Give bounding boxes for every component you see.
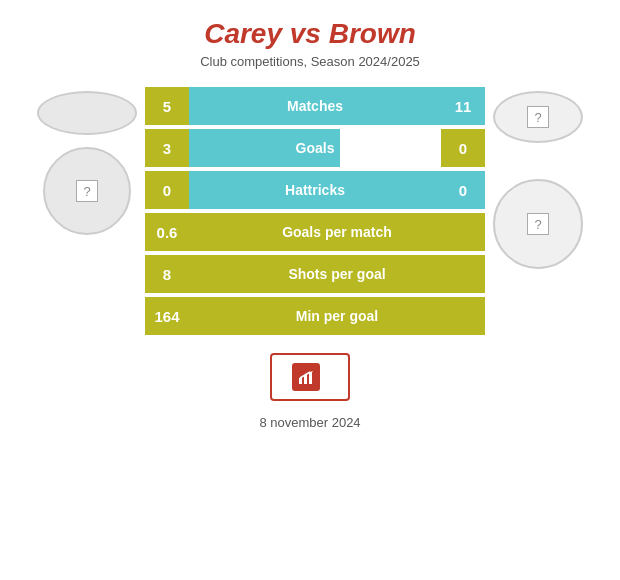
hattricks-right: 0	[441, 171, 485, 209]
page-subtitle: Club competitions, Season 2024/2025	[200, 54, 420, 69]
left-avatar-top	[37, 91, 137, 135]
left-avatar-round: ?	[43, 147, 131, 235]
page-title: Carey vs Brown	[204, 18, 416, 50]
goals-label-area: Goals	[189, 129, 441, 167]
left-avatar-icon: ?	[76, 180, 98, 202]
right-avatar-top-icon: ?	[527, 106, 549, 128]
stat-row-hattricks: 0 Hattricks 0	[145, 171, 485, 209]
gpm-left: 0.6	[145, 213, 189, 251]
stat-row-matches: 5 Matches 11	[145, 87, 485, 125]
page-container: Carey vs Brown Club competitions, Season…	[0, 0, 620, 580]
svg-rect-2	[309, 372, 312, 384]
stat-row-mpg: 164 Min per goal	[145, 297, 485, 335]
svg-rect-1	[304, 375, 307, 384]
stat-row-gpm: 0.6 Goals per match	[145, 213, 485, 251]
goals-right: 0	[441, 129, 485, 167]
mpg-label: Min per goal	[189, 297, 485, 335]
svg-rect-0	[299, 378, 302, 384]
matches-label: Matches	[189, 87, 441, 125]
right-avatars: ? ?	[493, 87, 583, 269]
hattricks-left: 0	[145, 171, 189, 209]
matches-left: 5	[145, 87, 189, 125]
date-text: 8 november 2024	[259, 415, 360, 430]
left-avatars: ?	[37, 87, 137, 235]
spg-left: 8	[145, 255, 189, 293]
stat-row-goals: 3 Goals 0	[145, 129, 485, 167]
logo-icon	[292, 363, 320, 391]
matches-right: 11	[441, 87, 485, 125]
gpm-label: Goals per match	[189, 213, 485, 251]
main-content: ? 5 Matches 11 3 Goals 0 0	[0, 87, 620, 335]
mpg-left: 164	[145, 297, 189, 335]
goals-label: Goals	[189, 140, 441, 156]
goals-left: 3	[145, 129, 189, 167]
right-avatar-round-icon: ?	[527, 213, 549, 235]
logo-box	[270, 353, 350, 401]
right-avatar-top: ?	[493, 91, 583, 143]
hattricks-label: Hattricks	[189, 171, 441, 209]
spg-label: Shots per goal	[189, 255, 485, 293]
logo-section: 8 november 2024	[259, 353, 360, 430]
right-avatar-round: ?	[493, 179, 583, 269]
stats-panel: 5 Matches 11 3 Goals 0 0 Hattricks 0	[145, 87, 485, 335]
stat-row-spg: 8 Shots per goal	[145, 255, 485, 293]
